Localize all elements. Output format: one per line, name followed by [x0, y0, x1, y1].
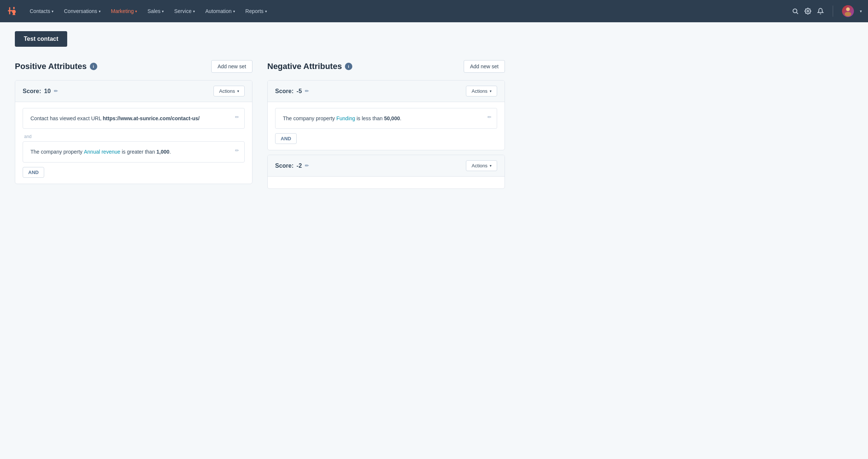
chevron-down-icon: ▾ — [52, 9, 53, 13]
negative-info-icon[interactable]: i — [345, 63, 352, 70]
attributes-columns: Positive Attributes i Add new set Score:… — [15, 60, 505, 193]
negative-score-card-1: Score: -5 ✏ Actions ▾ The company proper… — [267, 80, 505, 150]
positive-rule-text-2: The company property Annual revenue is g… — [30, 148, 237, 156]
chevron-down-icon: ▾ — [162, 9, 164, 13]
test-contact-button[interactable]: Test contact — [15, 31, 67, 47]
positive-section-title: Positive Attributes i — [15, 62, 97, 71]
positive-rule-2: The company property Annual revenue is g… — [23, 141, 245, 162]
hubspot-logo[interactable] — [6, 5, 18, 17]
negative-attributes-section: Negative Attributes i Add new set Score:… — [267, 60, 505, 193]
positive-score-label-1: Score: 10 ✏ — [23, 88, 58, 95]
positive-rule-edit-icon-2[interactable]: ✏ — [235, 148, 239, 153]
svg-point-2 — [807, 10, 809, 12]
nav-sales[interactable]: Sales ▾ — [143, 5, 168, 17]
svg-point-3 — [846, 7, 850, 11]
positive-and-connector-1: and — [23, 132, 245, 141]
nav-automation[interactable]: Automation ▾ — [201, 5, 239, 17]
positive-add-new-set-button[interactable]: Add new set — [211, 60, 252, 73]
chevron-down-icon: ▾ — [233, 9, 235, 13]
chevron-down-icon: ▾ — [135, 9, 137, 13]
dropdown-arrow-icon-2: ▾ — [490, 164, 492, 168]
nav-contacts[interactable]: Contacts ▾ — [25, 5, 58, 17]
svg-line-1 — [796, 12, 798, 14]
nav-links: Contacts ▾ Conversations ▾ Marketing ▾ S… — [25, 5, 792, 17]
negative-add-new-set-button[interactable]: Add new set — [464, 60, 505, 73]
negative-rule-text-1: The company property Funding is less tha… — [283, 114, 489, 122]
annual-revenue-link[interactable]: Annual revenue — [84, 149, 120, 155]
positive-and-button-1[interactable]: AND — [23, 167, 44, 178]
svg-point-4 — [845, 12, 851, 16]
nav-reports[interactable]: Reports ▾ — [241, 5, 271, 17]
positive-score-body-1: Contact has viewed exact URL https://www… — [15, 102, 252, 184]
negative-score-label-1: Score: -5 ✏ — [275, 88, 309, 95]
positive-actions-button-1[interactable]: Actions ▾ — [213, 86, 245, 96]
top-navigation: Contacts ▾ Conversations ▾ Marketing ▾ S… — [0, 0, 868, 22]
negative-actions-button-2[interactable]: Actions ▾ — [466, 160, 497, 171]
negative-score-edit-icon-2[interactable]: ✏ — [305, 163, 309, 168]
positive-rule-edit-icon-1[interactable]: ✏ — [235, 114, 239, 120]
positive-attributes-section: Positive Attributes i Add new set Score:… — [15, 60, 252, 193]
nav-conversations[interactable]: Conversations ▾ — [59, 5, 105, 17]
avatar[interactable] — [842, 5, 854, 17]
account-chevron-icon[interactable]: ▾ — [860, 9, 862, 14]
negative-actions-button-1[interactable]: Actions ▾ — [466, 86, 497, 96]
positive-info-icon[interactable]: i — [90, 63, 97, 70]
negative-score-label-2: Score: -2 ✏ — [275, 163, 309, 169]
chevron-down-icon: ▾ — [193, 9, 195, 13]
negative-section-header: Negative Attributes i Add new set — [267, 60, 505, 73]
svg-point-0 — [793, 9, 797, 13]
positive-score-card-1: Score: 10 ✏ Actions ▾ Contact has viewed… — [15, 80, 252, 184]
positive-section-header: Positive Attributes i Add new set — [15, 60, 252, 73]
negative-score-body-2 — [268, 177, 505, 188]
negative-rule-edit-icon-1[interactable]: ✏ — [487, 114, 492, 120]
nav-divider — [833, 6, 833, 17]
avatar-image — [842, 5, 854, 17]
funding-link[interactable]: Funding — [336, 115, 355, 121]
positive-and-button-container: AND — [23, 165, 245, 178]
negative-and-button-container-1: AND — [275, 132, 497, 144]
positive-rule-text-1: Contact has viewed exact URL https://www… — [30, 114, 237, 122]
chevron-down-icon: ▾ — [265, 9, 267, 13]
positive-score-header-1: Score: 10 ✏ Actions ▾ — [15, 81, 252, 102]
nav-marketing[interactable]: Marketing ▾ — [107, 5, 141, 17]
negative-score-card-2: Score: -2 ✏ Actions ▾ — [267, 155, 505, 189]
notifications-icon[interactable] — [817, 8, 824, 14]
page-content: Test contact Positive Attributes i Add n… — [0, 22, 520, 202]
search-icon[interactable] — [792, 8, 799, 14]
nav-actions: ▾ — [792, 5, 862, 17]
dropdown-arrow-icon: ▾ — [237, 89, 239, 93]
positive-score-edit-icon[interactable]: ✏ — [54, 88, 58, 94]
negative-and-button-1[interactable]: AND — [275, 133, 297, 144]
chevron-down-icon: ▾ — [99, 9, 101, 13]
negative-rule-1: The company property Funding is less tha… — [275, 108, 497, 129]
settings-icon[interactable] — [805, 8, 811, 14]
negative-score-body-1: The company property Funding is less tha… — [268, 102, 505, 150]
nav-service[interactable]: Service ▾ — [170, 5, 199, 17]
negative-section-title: Negative Attributes i — [267, 62, 352, 71]
positive-rule-1: Contact has viewed exact URL https://www… — [23, 108, 245, 129]
negative-score-header-1: Score: -5 ✏ Actions ▾ — [268, 81, 505, 102]
dropdown-arrow-icon: ▾ — [490, 89, 492, 93]
negative-score-header-2: Score: -2 ✏ Actions ▾ — [268, 155, 505, 177]
negative-score-edit-icon-1[interactable]: ✏ — [305, 88, 309, 94]
